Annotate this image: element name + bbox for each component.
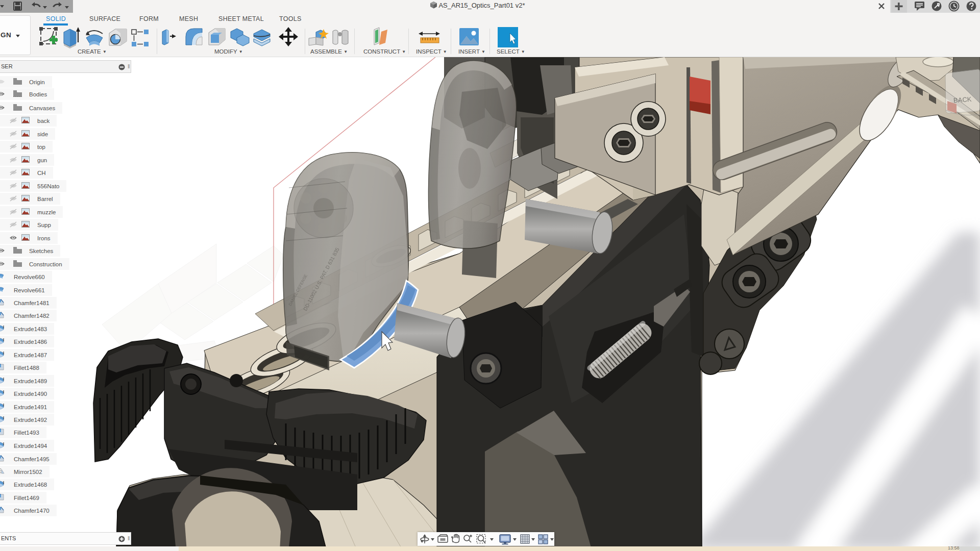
svg-text:BACK: BACK: [953, 95, 972, 104]
